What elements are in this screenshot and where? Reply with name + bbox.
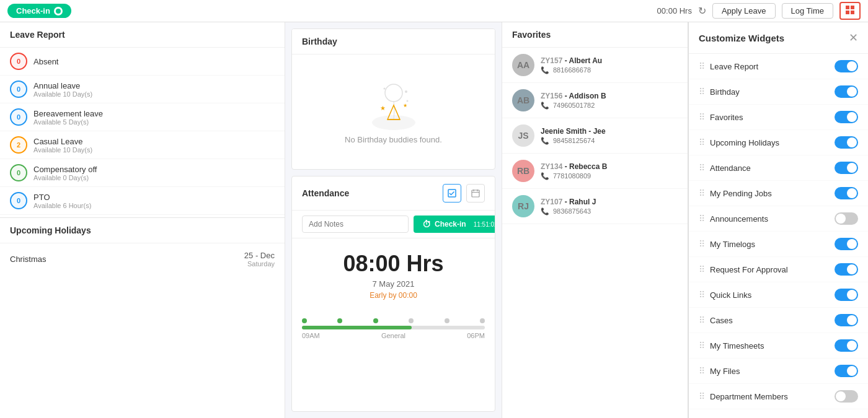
progress-labels: 09AM General 06PM [302, 329, 485, 342]
drag-handle-icon[interactable]: ⠿ [699, 341, 705, 351]
toggle-knob [847, 290, 857, 300]
favorites-column: Favorites AA ZY157 - Albert Au 📞 8816686… [502, 22, 688, 418]
drag-handle-icon[interactable]: ⠿ [699, 264, 705, 274]
drag-handle-icon[interactable]: ⠿ [699, 315, 705, 325]
avatar: AB [512, 89, 534, 111]
favorite-item[interactable]: RJ ZY107 - Rahul J 📞 9836875643 [502, 189, 688, 224]
widget-label: My Pending Jobs [710, 189, 772, 198]
favorite-contact: 📞 7781080809 [541, 172, 678, 180]
date-display: 7 May 2021 [304, 279, 482, 289]
checklist-view-button[interactable] [443, 184, 461, 202]
widget-toggle-item: ⠿ Leave Report [689, 54, 868, 79]
widget-label: My Timelogs [710, 240, 755, 249]
widget-toggle[interactable] [835, 162, 858, 174]
drag-handle-icon[interactable]: ⠿ [699, 366, 705, 376]
checkin-green-button[interactable]: ⏱ Check-in 11:51:02 am [414, 216, 495, 233]
holiday-weekday: Saturday [244, 260, 275, 268]
svg-point-6 [405, 90, 407, 93]
left-column: Leave Report 0 Absent 0 Annual leave Ava… [0, 22, 285, 418]
drag-handle-icon[interactable]: ⠿ [699, 214, 705, 224]
favorite-item[interactable]: AA ZY157 - Albert Au 📞 8816686678 [502, 48, 688, 83]
widget-toggle[interactable] [835, 314, 858, 326]
favorite-contact: 📞 74960501782 [541, 102, 678, 110]
widget-toggle[interactable] [835, 263, 858, 276]
phone-number: 7781080809 [553, 172, 591, 180]
toggle-knob [836, 391, 846, 401]
attendance-view-icons [443, 184, 485, 202]
widget-toggle[interactable] [835, 60, 858, 72]
log-time-button[interactable]: Log Time [782, 3, 833, 19]
drag-handle-icon[interactable]: ⠿ [699, 137, 705, 147]
grid-view-button[interactable] [839, 2, 861, 20]
toggle-knob [847, 61, 857, 71]
leave-info: PTO Available 6 Hour(s) [33, 193, 275, 209]
close-panel-button[interactable]: ✕ [849, 31, 858, 45]
widget-toggle[interactable] [835, 289, 858, 301]
widget-toggle[interactable] [835, 390, 858, 403]
widget-toggle[interactable] [835, 111, 858, 123]
toggle-knob [847, 112, 857, 122]
drag-handle-icon[interactable]: ⠿ [699, 61, 705, 71]
favorite-name: ZY134 - Rebecca B [541, 162, 678, 171]
widget-toggle[interactable] [835, 85, 858, 98]
birthday-empty-state: ★ ★ No Birthday buddies found. [292, 54, 495, 169]
favorite-item[interactable]: AB ZY156 - Addison B 📞 74960501782 [502, 83, 688, 118]
widget-toggle-item: ⠿ Upcoming Holidays [689, 130, 868, 155]
drag-handle-icon[interactable]: ⠿ [699, 391, 705, 401]
widget-toggle-item: ⠿ My Timelogs [689, 232, 868, 257]
leave-item: 0 Absent [0, 48, 285, 76]
favorite-item[interactable]: JS Jeenie Smith - Jee 📞 98458125674 [502, 118, 688, 154]
drag-handle-icon[interactable]: ⠿ [699, 188, 705, 198]
drag-handle-icon[interactable]: ⠿ [699, 112, 705, 122]
favorite-info: ZY107 - Rahul J 📞 9836875643 [541, 198, 678, 216]
widget-label: Request For Approval [710, 265, 788, 274]
checklist-icon [448, 189, 456, 198]
widget-toggle-item: ⠿ Cases [689, 308, 868, 333]
widget-toggle[interactable] [835, 212, 858, 225]
attendance-title: Attendance [302, 188, 349, 198]
widget-label: My Files [710, 367, 740, 376]
widget-toggle-item: ⠿ Department Members [689, 384, 868, 409]
widget-toggle[interactable] [835, 136, 858, 149]
attendance-header: Attendance [292, 176, 495, 211]
apply-leave-button[interactable]: Apply Leave [712, 3, 776, 19]
calendar-view-button[interactable] [466, 184, 485, 202]
drag-handle-icon[interactable]: ⠿ [699, 87, 705, 97]
leave-name: Casual Leave [33, 137, 275, 146]
drag-handle-icon[interactable]: ⠿ [699, 163, 705, 173]
phone-number: 74960501782 [553, 102, 595, 110]
widget-toggle[interactable] [835, 339, 858, 352]
progress-fill [302, 326, 412, 329]
refresh-button[interactable]: ↻ [698, 5, 706, 17]
widget-item-left: ⠿ Cases [699, 315, 733, 325]
svg-rect-3 [851, 11, 854, 14]
leave-badge: 0 [10, 164, 27, 181]
leave-name: Annual leave [33, 81, 275, 90]
drag-handle-icon[interactable]: ⠿ [699, 290, 705, 300]
holiday-date: 25 - Dec Saturday [244, 251, 275, 268]
leave-name: Bereavement leave [33, 109, 275, 118]
favorite-code: ZY157 [541, 56, 562, 65]
checkin-button[interactable]: Check-in [7, 4, 71, 18]
avatar: RB [512, 160, 534, 182]
checkin-time: 00:00 Hrs [657, 6, 692, 15]
widget-toggle[interactable] [835, 187, 858, 199]
phone-icon: 📞 [541, 172, 549, 180]
notes-input[interactable] [302, 216, 409, 233]
favorite-code: ZY134 [541, 162, 562, 171]
toggle-knob [847, 341, 857, 351]
favorite-name: ZY156 - Addison B [541, 92, 678, 100]
widget-item-left: ⠿ Birthday [699, 87, 740, 97]
avatar: JS [512, 124, 534, 147]
leave-report-title: Leave Report [0, 22, 285, 48]
favorite-item[interactable]: RB ZY134 - Rebecca B 📞 7781080809 [502, 154, 688, 189]
widgets-list: ⠿ Leave Report ⠿ Birthday ⠿ Favorites ⠿ … [689, 54, 868, 409]
leave-info: Absent [33, 57, 275, 66]
time-display: 08:00 Hrs 7 May 2021 Early by 00:00 [292, 238, 495, 312]
widget-toggle[interactable] [835, 238, 858, 250]
drag-handle-icon[interactable]: ⠿ [699, 239, 705, 249]
holidays-list: Christmas 25 - Dec Saturday [0, 243, 285, 275]
general-label: General [381, 332, 405, 339]
widget-toggle[interactable] [835, 365, 858, 377]
birthday-illustration: ★ ★ [363, 79, 425, 135]
